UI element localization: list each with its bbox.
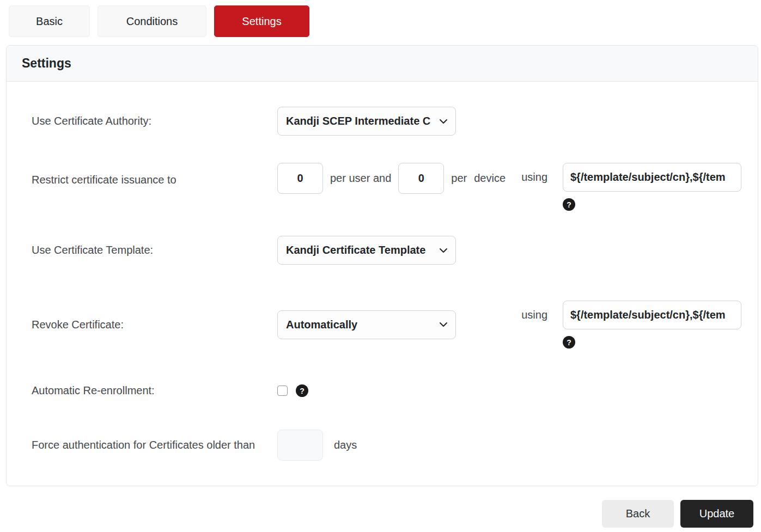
per-text: per <box>451 172 467 185</box>
revoke-certificate-label: Revoke Certificate: <box>32 316 277 333</box>
row-auto-reenrollment: Automatic Re-enrollment: ? <box>32 382 741 399</box>
help-icon[interactable]: ? <box>296 384 308 397</box>
certificate-authority-label: Use Certificate Authority: <box>32 113 277 130</box>
certificate-template-select[interactable]: Kandji Certificate Template <box>277 236 456 265</box>
panel-body: Use Certificate Authority: Kandji SCEP I… <box>7 82 758 486</box>
row-force-authentication: Force authentication for Certificates ol… <box>32 430 741 461</box>
chevron-down-icon <box>439 119 448 124</box>
row-certificate-template: Use Certificate Template: Kandji Certifi… <box>32 236 741 265</box>
certificate-template-value: Kandji Certificate Template <box>286 244 425 256</box>
update-button[interactable]: Update <box>680 500 753 528</box>
footer-actions: Back Update <box>0 486 761 528</box>
tab-basic[interactable]: Basic <box>9 5 90 37</box>
per-user-and-text: per user and <box>330 172 391 185</box>
certificate-authority-value: Kandji SCEP Intermediate C <box>286 115 430 127</box>
tab-conditions[interactable]: Conditions <box>98 5 206 37</box>
using-label: using <box>521 163 547 192</box>
restrict-inputs-group: per user and per device <box>277 163 513 194</box>
revoke-certificate-value: Automatically <box>286 319 357 331</box>
restrict-using-group: using ? <box>521 163 741 211</box>
certificate-template-label: Use Certificate Template: <box>32 242 277 259</box>
chevron-down-icon <box>439 322 448 327</box>
row-revoke-certificate: Revoke Certificate: Automatically using … <box>32 301 741 348</box>
revoke-certificate-select[interactable]: Automatically <box>277 310 456 339</box>
back-button[interactable]: Back <box>602 500 674 528</box>
settings-panel: Settings Use Certificate Authority: Kand… <box>6 45 758 486</box>
help-icon[interactable]: ? <box>563 198 575 211</box>
revoke-using-group: using ? <box>521 301 741 348</box>
using-label: using <box>521 301 547 329</box>
tab-settings[interactable]: Settings <box>214 5 309 37</box>
force-authentication-label: Force authentication for Certificates ol… <box>32 437 277 454</box>
tab-bar: Basic Conditions Settings <box>0 0 761 37</box>
row-certificate-authority: Use Certificate Authority: Kandji SCEP I… <box>32 107 741 136</box>
days-text: days <box>334 439 357 451</box>
help-icon[interactable]: ? <box>563 336 575 348</box>
panel-title: Settings <box>22 56 742 71</box>
per-user-count-input[interactable] <box>277 163 323 194</box>
chevron-down-icon <box>439 248 448 253</box>
panel-header: Settings <box>7 46 758 82</box>
auto-reenrollment-label: Automatic Re-enrollment: <box>32 382 277 399</box>
revoke-template-input[interactable] <box>563 301 741 329</box>
device-text: device <box>474 172 506 185</box>
auto-reenrollment-checkbox[interactable] <box>277 386 288 396</box>
restrict-template-input[interactable] <box>563 163 741 192</box>
row-restrict-issuance: Restrict certificate issuance to per use… <box>32 163 741 211</box>
per-device-count-input[interactable] <box>398 163 444 194</box>
certificate-authority-select[interactable]: Kandji SCEP Intermediate C <box>277 107 456 136</box>
force-auth-days-input[interactable] <box>277 430 323 461</box>
restrict-issuance-label: Restrict certificate issuance to <box>32 163 277 188</box>
